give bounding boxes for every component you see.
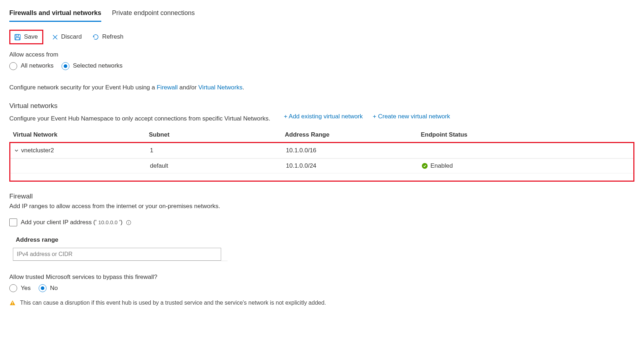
toolbar: Save Discard Refresh [9, 30, 634, 44]
save-icon [14, 34, 21, 41]
vnet-table: Virtual Network Subnet Address Range End… [9, 128, 634, 182]
vnet-table-header: Virtual Network Subnet Address Range End… [9, 128, 634, 142]
address-range-input[interactable] [13, 248, 221, 261]
tab-firewalls[interactable]: Firewalls and virtual networks [9, 6, 101, 22]
client-ip-prefix: Add your client IP address (' [21, 219, 98, 226]
tab-private-endpoints[interactable]: Private endpoint connections [112, 6, 195, 22]
refresh-label: Refresh [102, 33, 123, 41]
link-virtual-networks[interactable]: Virtual Networks [198, 84, 242, 91]
range-cell: 10.1.0.0/16 [286, 147, 422, 155]
client-ip-suffix: ') [118, 219, 123, 226]
warning-icon [9, 300, 16, 306]
svg-rect-9 [12, 304, 13, 305]
virtual-networks-description: Configure your Event Hub Namespace to on… [9, 115, 270, 123]
svg-rect-1 [16, 34, 19, 36]
radio-trusted-no[interactable]: No [39, 284, 58, 292]
svg-point-7 [128, 221, 129, 222]
svg-rect-8 [12, 302, 13, 304]
configure-description: Configure network security for your Even… [9, 84, 634, 92]
refresh-icon [92, 34, 99, 40]
table-row[interactable]: vnetcluster2 1 10.1.0.0/16 [10, 143, 633, 158]
radio-selected-networks[interactable]: Selected networks [62, 62, 123, 70]
status-enabled-icon [422, 163, 428, 169]
virtual-networks-heading: Virtual networks [9, 101, 634, 110]
add-client-ip-checkbox[interactable] [9, 218, 17, 226]
col-virtual-network: Virtual Network [13, 131, 149, 139]
discard-label: Discard [61, 33, 82, 41]
client-ip-value: 10.0.0.0 [98, 219, 117, 225]
vnet-name: vnetcluster2 [21, 147, 54, 155]
trusted-warning-row: This can cause a disruption if this even… [9, 299, 634, 307]
chevron-down-icon[interactable] [14, 148, 19, 153]
trusted-services-label: Allow trusted Microsoft services to bypa… [9, 273, 634, 281]
trusted-services-radios: Yes No [9, 284, 634, 292]
radio-all-networks[interactable]: All networks [9, 62, 54, 70]
subnet-cell: default [150, 162, 286, 170]
status-text: Enabled [430, 162, 453, 170]
vnet-name-cell: vnetcluster2 [14, 147, 150, 155]
trusted-warning-text: This can cause a disruption if this even… [20, 299, 326, 307]
save-highlight: Save [9, 30, 43, 44]
col-endpoint-status: Endpoint Status [421, 131, 631, 139]
radio-trusted-yes[interactable]: Yes [9, 284, 31, 292]
radio-trusted-yes-label: Yes [21, 284, 31, 292]
save-button[interactable]: Save [12, 31, 40, 43]
firewall-description: Add IP ranges to allow access from the i… [9, 202, 634, 211]
col-subnet: Subnet [149, 131, 285, 139]
address-range-row [13, 248, 228, 261]
range-cell: 10.1.0.0/24 [286, 162, 422, 170]
tabs: Firewalls and virtual networks Private e… [9, 6, 634, 22]
allow-access-label: Allow access from [9, 51, 634, 59]
configure-text-andor: and/or [178, 84, 199, 91]
svg-rect-2 [16, 38, 19, 40]
configure-text-suffix: . [243, 84, 244, 91]
firewall-heading: Firewall [9, 192, 634, 201]
col-address-range: Address Range [285, 131, 421, 139]
vnet-rows-highlight: vnetcluster2 1 10.1.0.0/16 default 10.1.… [9, 142, 634, 182]
close-icon [52, 34, 58, 40]
allow-access-radios: All networks Selected networks [9, 62, 634, 70]
table-row[interactable]: default 10.1.0.0/24 Enabled [10, 158, 633, 174]
add-existing-vnet-link[interactable]: + Add existing virtual network [284, 113, 363, 121]
status-cell: Enabled [422, 162, 630, 170]
radio-all-networks-label: All networks [21, 62, 54, 70]
radio-selected-networks-label: Selected networks [73, 62, 123, 70]
radio-trusted-no-label: No [50, 284, 58, 292]
configure-text-prefix: Configure network security for your Even… [9, 84, 157, 91]
client-ip-row: Add your client IP address (' 10.0.0.0 '… [9, 218, 634, 227]
link-firewall[interactable]: Firewall [157, 84, 178, 91]
create-new-vnet-link[interactable]: + Create new virtual network [373, 113, 450, 121]
subnet-cell: 1 [150, 147, 286, 155]
discard-button[interactable]: Discard [50, 31, 84, 43]
info-icon[interactable] [126, 220, 131, 225]
add-client-ip-label: Add your client IP address (' 10.0.0.0 '… [21, 218, 122, 227]
address-range-label: Address range [16, 236, 634, 244]
save-label: Save [24, 33, 38, 41]
refresh-button[interactable]: Refresh [90, 31, 126, 43]
